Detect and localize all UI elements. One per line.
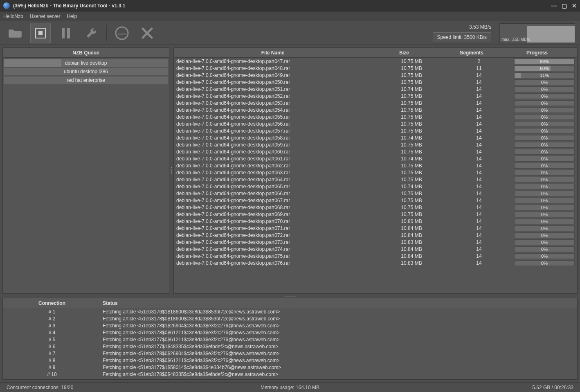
file-name: debian-live-7.0.0-amd64-gnome-desktop.pa… [174, 65, 377, 71]
connection-row[interactable]: # 9Fetching article <51eb3177$1$58014$c3… [3, 364, 577, 371]
file-row[interactable]: debian-live-7.0.0-amd64-gnome-desktop.pa… [174, 252, 577, 259]
col-connection[interactable]: Connection [3, 300, 101, 306]
queue-header: NZB Queue [3, 48, 169, 58]
cancel-button[interactable] [137, 23, 157, 43]
file-row[interactable]: debian-live-7.0.0-amd64-gnome-desktop.pa… [174, 127, 577, 134]
file-row[interactable]: debian-live-7.0.0-amd64-gnome-desktop.pa… [174, 120, 577, 127]
file-row[interactable]: debian-live-7.0.0-amd64-gnome-desktop.pa… [174, 225, 577, 232]
file-row[interactable]: debian-live-7.0.0-amd64-gnome-desktop.pa… [174, 218, 577, 225]
file-progress-bar: 0% [514, 260, 575, 266]
file-row[interactable]: debian-live-7.0.0-amd64-gnome-desktop.pa… [174, 155, 577, 162]
file-row[interactable]: debian-live-7.0.0-amd64-gnome-desktop.pa… [174, 183, 577, 190]
file-row[interactable]: debian-live-7.0.0-amd64-gnome-desktop.pa… [174, 99, 577, 106]
queue-item[interactable]: red hat enterprise [4, 76, 168, 84]
col-status[interactable]: Status [101, 300, 577, 306]
file-list-body[interactable]: debian-live-7.0.0-amd64-gnome-desktop.pa… [174, 58, 577, 293]
col-progress[interactable]: Progress [504, 50, 570, 56]
file-row[interactable]: debian-live-7.0.0-amd64-gnome-desktop.pa… [174, 246, 577, 252]
file-row[interactable]: debian-live-7.0.0-amd64-gnome-desktop.pa… [174, 86, 577, 92]
file-progress-label: 0% [541, 261, 548, 266]
stop-button[interactable] [30, 23, 51, 43]
queue-item[interactable]: ubuntu desktop i386 [4, 68, 168, 76]
menu-hellonzb[interactable]: HelloNzb [3, 14, 23, 19]
connection-row[interactable]: # 5Fetching article <51eb3177$0$61211$c3… [3, 336, 577, 343]
file-row[interactable]: debian-live-7.0.0-amd64-gnome-desktop.pa… [174, 162, 577, 169]
file-row[interactable]: debian-live-7.0.0-amd64-gnome-desktop.pa… [174, 58, 577, 65]
file-row[interactable]: debian-live-7.0.0-amd64-gnome-desktop.pa… [174, 190, 577, 197]
connection-row[interactable]: # 7Fetching article <51eb3178$0$26904$c3… [3, 350, 577, 357]
file-row[interactable]: debian-live-7.0.0-amd64-gnome-desktop.pa… [174, 148, 577, 155]
file-row[interactable]: debian-live-7.0.0-amd64-gnome-desktop.pa… [174, 113, 577, 120]
file-row[interactable]: debian-live-7.0.0-amd64-gnome-desktop.pa… [174, 176, 577, 183]
file-segments: 14 [446, 107, 512, 113]
connection-row[interactable]: # 4Fetching article <51eb3178$0$61211$c3… [3, 329, 577, 336]
connection-row[interactable]: # 1Fetching article <51eb3176$1$18600$c3… [3, 308, 577, 315]
file-progress-bar: 0% [514, 114, 575, 120]
file-row[interactable]: debian-live-7.0.0-amd64-gnome-desktop.pa… [174, 141, 577, 148]
file-row[interactable]: debian-live-7.0.0-amd64-gnome-desktop.pa… [174, 232, 577, 239]
open-folder-button[interactable] [5, 23, 25, 43]
file-segments: 11 [446, 65, 512, 71]
file-progress-label: 0% [541, 226, 548, 231]
col-size[interactable]: Size [369, 50, 439, 56]
file-progress-bar: 0% [514, 225, 575, 231]
connection-row[interactable]: # 10Fetching article <51eb3178$0$48335$c… [3, 371, 577, 378]
col-segments[interactable]: Segments [439, 50, 504, 56]
svg-text:100%: 100% [118, 32, 126, 36]
menu-usenet-server[interactable]: Usenet server [30, 14, 61, 19]
file-progress-bar: 99% [514, 59, 575, 64]
file-row[interactable]: debian-live-7.0.0-amd64-gnome-desktop.pa… [174, 197, 577, 204]
connection-id: # 1 [3, 309, 101, 315]
connection-list[interactable]: # 1Fetching article <51eb3176$1$18600$c3… [3, 308, 577, 379]
file-row[interactable]: debian-live-7.0.0-amd64-gnome-desktop.pa… [174, 65, 577, 72]
maximize-button[interactable]: ▢ [562, 2, 567, 9]
settings-button[interactable] [81, 23, 101, 43]
file-progress-bar: 0% [514, 149, 575, 155]
menu-help[interactable]: Help [67, 14, 77, 19]
file-name: debian-live-7.0.0-amd64-gnome-desktop.pa… [174, 253, 377, 259]
file-progress-label: 0% [541, 177, 548, 182]
file-progress-bar: 0% [514, 156, 575, 162]
file-row[interactable]: debian-live-7.0.0-amd64-gnome-desktop.pa… [174, 169, 577, 176]
connection-row[interactable]: # 6Fetching article <51eb3177$1$48335$c3… [3, 343, 577, 350]
file-progress-label: 0% [541, 212, 548, 217]
file-name: debian-live-7.0.0-amd64-gnome-desktop.pa… [174, 93, 377, 99]
file-row[interactable]: debian-live-7.0.0-amd64-gnome-desktop.pa… [174, 259, 577, 266]
file-size: 10.75 MB [377, 59, 446, 64]
file-segments: 14 [446, 72, 512, 78]
minimize-button[interactable]: — [551, 2, 557, 9]
file-progress-label: 11% [540, 73, 549, 78]
queue-item[interactable]: debian live desktop [4, 59, 168, 67]
speed-limit-button[interactable]: Speed limit: 3500 KB/s [433, 32, 491, 42]
file-list-header: File Name Size Segments Progress [174, 48, 577, 58]
file-progress-bar: 0% [514, 205, 575, 210]
connection-row[interactable]: # 2Fetching article <51eb3178$0$18600$c3… [3, 315, 577, 322]
close-button[interactable]: ✕ [572, 2, 577, 9]
speed-info: 3.53 MB/s Speed limit: 3500 KB/s [433, 24, 491, 42]
current-speed: 3.53 MB/s [469, 24, 491, 30]
connection-id: # 10 [3, 372, 101, 377]
file-segments: 14 [446, 128, 512, 134]
file-progress-label: 0% [541, 149, 548, 154]
file-progress-bar: 0% [514, 219, 575, 224]
file-row[interactable]: debian-live-7.0.0-amd64-gnome-desktop.pa… [174, 106, 577, 113]
file-segments: 14 [446, 156, 512, 162]
vertical-splitter[interactable] [171, 167, 173, 174]
file-row[interactable]: debian-live-7.0.0-amd64-gnome-desktop.pa… [174, 134, 577, 141]
file-size: 10.75 MB [377, 163, 446, 169]
file-row[interactable]: debian-live-7.0.0-amd64-gnome-desktop.pa… [174, 239, 577, 246]
pause-button[interactable] [56, 23, 76, 43]
connection-row[interactable]: # 3Fetching article <51eb3178$1$26904$c3… [3, 322, 577, 329]
file-progress-label: 0% [541, 191, 548, 196]
file-name: debian-live-7.0.0-amd64-gnome-desktop.pa… [174, 79, 377, 85]
connection-row[interactable]: # 8Fetching article <51eb3179$0$61211$c3… [3, 357, 577, 364]
file-row[interactable]: debian-live-7.0.0-amd64-gnome-desktop.pa… [174, 211, 577, 218]
file-size: 10.74 MB [377, 86, 446, 92]
file-row[interactable]: debian-live-7.0.0-amd64-gnome-desktop.pa… [174, 72, 577, 79]
file-row[interactable]: debian-live-7.0.0-amd64-gnome-desktop.pa… [174, 79, 577, 86]
file-row[interactable]: debian-live-7.0.0-amd64-gnome-desktop.pa… [174, 92, 577, 99]
col-filename[interactable]: File Name [174, 50, 369, 56]
speed-gauge-button[interactable]: 100% [112, 23, 132, 43]
file-row[interactable]: debian-live-7.0.0-amd64-gnome-desktop.pa… [174, 204, 577, 211]
connection-id: # 2 [3, 316, 101, 322]
